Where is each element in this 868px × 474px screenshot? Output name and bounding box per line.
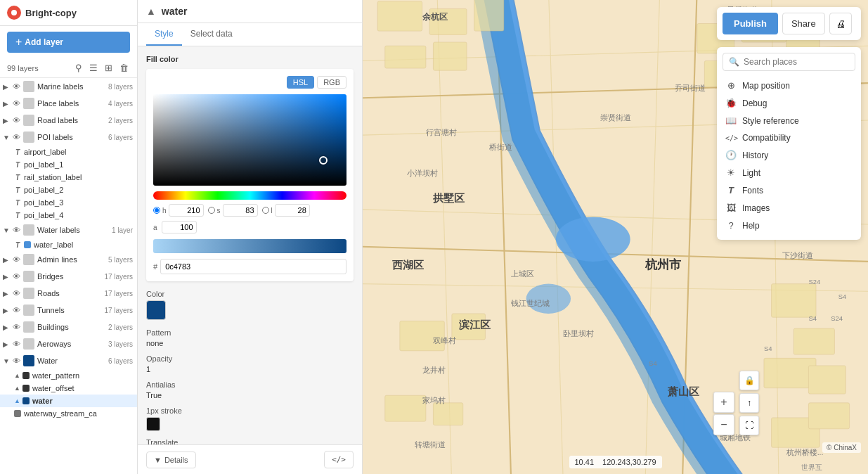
print-button[interactable]: 🖨 xyxy=(829,13,852,34)
l-radio[interactable] xyxy=(262,207,269,214)
zoom-out-button[interactable]: − xyxy=(713,414,734,435)
group-road-labels: ▶ 👁 Road labels 2 layers xyxy=(0,112,137,129)
layer-toggle-all[interactable]: ⊞ xyxy=(103,61,114,75)
group-name-bridges: Bridges xyxy=(37,272,98,281)
s-input[interactable] xyxy=(223,204,258,217)
layer-rail-station-label[interactable]: T rail_station_label xyxy=(0,171,137,184)
h-input[interactable] xyxy=(169,204,204,217)
tab-style[interactable]: Style xyxy=(146,23,182,46)
lock-button[interactable]: 🔒 xyxy=(739,371,759,390)
layer-waterway-stream[interactable]: waterway_stream_ca xyxy=(0,407,137,420)
stroke-prop-row: 1px stroke xyxy=(146,406,354,431)
middle-content: Fill color HSL RGB h xyxy=(138,46,362,444)
sidebar-header: Bright-copy xyxy=(0,0,137,26)
group-header-poi-labels[interactable]: ▼ 👁 POI labels 6 layers xyxy=(0,129,137,146)
fullscreen-button[interactable]: ⛶ xyxy=(739,416,759,435)
menu-history[interactable]: 🕐 History xyxy=(723,146,855,164)
details-button[interactable]: ▼ Details xyxy=(146,451,196,468)
h-radio[interactable] xyxy=(153,207,160,214)
layer-water[interactable]: ▲ water xyxy=(0,395,137,407)
group-header-bridges[interactable]: ▶ 👁 Bridges 17 layers xyxy=(0,268,137,285)
group-header-water-labels[interactable]: ▼ 👁 Water labels 1 layer xyxy=(0,222,137,238)
group-header-aeroways[interactable]: ▶ 👁 Aeroways 3 layers xyxy=(0,335,137,352)
map-area[interactable]: 余杭区 星桥街道 S2 崇贤街道 乔司街道 S2 行宫塘村 崇贤街道 桥街道 小… xyxy=(363,0,868,474)
pattern-label: Pattern xyxy=(146,328,354,337)
vis-water-offset: ▲ xyxy=(14,385,20,392)
images-label: Images xyxy=(742,203,853,213)
middle-header: ▲ water xyxy=(138,0,362,23)
group-name-roads: Roads xyxy=(37,289,98,297)
fill-color-section-label: Fill color xyxy=(146,55,354,63)
code-button[interactable]: </> xyxy=(324,451,354,468)
add-layer-button[interactable]: + Add layer xyxy=(7,32,130,53)
l-input[interactable] xyxy=(275,204,310,217)
svg-rect-31 xyxy=(385,395,426,421)
color-swatch[interactable] xyxy=(146,300,166,320)
type-poi1: T xyxy=(14,161,21,169)
hue-slider[interactable] xyxy=(153,191,346,200)
s-radio[interactable] xyxy=(208,207,215,214)
color-picker-handle[interactable] xyxy=(319,156,328,165)
layer-water-offset[interactable]: ▲ water_offset xyxy=(0,382,137,395)
stroke-swatch[interactable] xyxy=(146,417,160,431)
group-header-buildings[interactable]: ▶ 👁 Buildings 2 layers xyxy=(0,319,137,335)
layer-airport-label[interactable]: T airport_label xyxy=(0,146,137,158)
publish-button[interactable]: Publish xyxy=(723,13,778,34)
group-count-place: 4 layers xyxy=(108,100,133,108)
hsl-mode-btn[interactable]: HSL xyxy=(287,76,314,89)
menu-style-reference[interactable]: 📖 Style reference xyxy=(723,112,855,129)
tab-select-data[interactable]: Select data xyxy=(182,23,241,46)
layer-poi-label-1[interactable]: T poi_label_1 xyxy=(0,158,137,171)
search-places-input[interactable] xyxy=(744,57,849,67)
alpha-label: a xyxy=(153,224,157,231)
history-icon: 🕐 xyxy=(725,150,737,160)
layer-poi-label-4[interactable]: T poi_label_4 xyxy=(0,209,137,222)
group-header-roads[interactable]: ▶ 👁 Roads 17 layers xyxy=(0,285,137,302)
visibility-tunnels: 👁 xyxy=(13,306,20,314)
type-rail: T xyxy=(14,174,21,181)
color-preview-row xyxy=(146,300,354,320)
opacity-value: 1 xyxy=(146,365,354,373)
compass-button[interactable]: ↑ xyxy=(739,393,759,413)
layer-delete[interactable]: 🗑 xyxy=(118,61,130,75)
menu-images[interactable]: 🖼 Images xyxy=(723,199,855,217)
menu-compatibility[interactable]: </> Compatibility xyxy=(723,129,855,146)
menu-map-position[interactable]: ⊕ Map position xyxy=(723,77,855,94)
menu-fonts[interactable]: T Fonts xyxy=(723,181,855,199)
group-header-water[interactable]: ▼ 👁 Water 6 layers xyxy=(0,352,137,369)
group-header-marine-labels[interactable]: ▶ 👁 Marine labels 8 layers xyxy=(0,78,137,95)
hex-input[interactable] xyxy=(160,259,346,274)
layer-poi-label-3[interactable]: T poi_label_3 xyxy=(0,196,137,209)
menu-debug[interactable]: 🐞 Debug xyxy=(723,94,855,112)
rgb-mode-btn[interactable]: RGB xyxy=(317,76,346,89)
group-header-tunnels[interactable]: ▶ 👁 Tunnels 17 layers xyxy=(0,302,137,319)
svg-text:转塘街道: 转塘街道 xyxy=(415,440,446,449)
alpha-input[interactable] xyxy=(162,221,197,233)
l-label: l xyxy=(271,207,273,214)
group-count-aeroways: 3 layers xyxy=(108,340,133,348)
group-header-place-labels[interactable]: ▶ 👁 Place labels 4 layers xyxy=(0,95,137,112)
layer-view-toggle[interactable]: ☰ xyxy=(88,61,99,75)
filter-button[interactable]: ⚲ xyxy=(74,61,84,75)
l-input-group: l xyxy=(262,204,310,217)
layer-count: 99 layers xyxy=(7,64,39,72)
layer-poi-label-2[interactable]: T poi_label_2 xyxy=(0,184,137,196)
menu-light[interactable]: ☀ Light xyxy=(723,164,855,181)
layer-water-pattern[interactable]: ▲ water_pattern xyxy=(0,369,137,382)
layer-water-label[interactable]: T water_label xyxy=(0,238,137,251)
app-title: Bright-copy xyxy=(25,8,77,18)
group-icon-place xyxy=(23,98,34,109)
svg-text:滨江区: 滨江区 xyxy=(459,319,491,331)
svg-text:小洋坝村: 小洋坝村 xyxy=(407,169,438,177)
group-header-road-labels[interactable]: ▶ 👁 Road labels 2 layers xyxy=(0,112,137,129)
share-button[interactable]: Share xyxy=(782,13,825,34)
zoom-in-button[interactable]: + xyxy=(713,392,734,413)
s-input-group: s xyxy=(208,204,258,217)
menu-help[interactable]: ? Help xyxy=(723,217,855,234)
group-header-admin-lines[interactable]: ▶ 👁 Admin lines 5 layers xyxy=(0,251,137,268)
zoom-display: 10.41 xyxy=(575,458,595,466)
color-gradient[interactable] xyxy=(153,94,346,186)
antialias-value: True xyxy=(146,391,354,399)
group-name-buildings: Buildings xyxy=(37,323,103,331)
svg-text:钱江世纪城: 钱江世纪城 xyxy=(510,299,550,307)
